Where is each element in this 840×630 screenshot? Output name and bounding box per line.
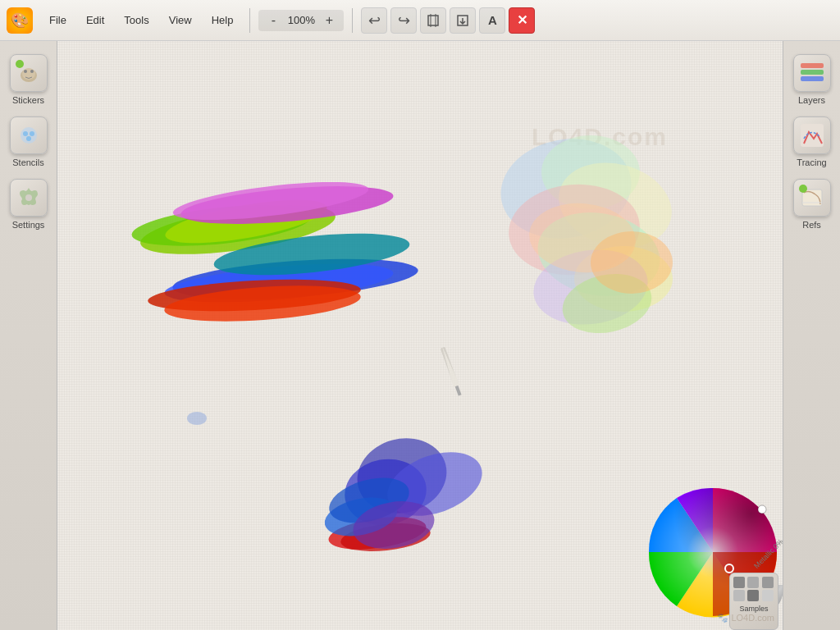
samples-panel[interactable]: Samples [729, 573, 778, 630]
sidebar-item-stickers[interactable]: Stickers [5, 49, 52, 110]
layers-icon [793, 54, 831, 92]
svg-point-36 [527, 199, 639, 276]
settings-label: Settings [12, 220, 45, 230]
menu-view[interactable]: View [161, 9, 200, 31]
sample-cell[interactable] [762, 577, 774, 588]
svg-point-34 [574, 246, 673, 312]
sidebar-item-stencils[interactable]: Stencils [5, 112, 52, 172]
svg-point-50 [187, 412, 207, 425]
refs-icon [793, 179, 831, 217]
svg-point-10 [30, 131, 34, 136]
svg-point-46 [349, 495, 438, 555]
settings-icon [10, 179, 48, 217]
svg-point-45 [324, 470, 414, 531]
svg-rect-15 [801, 76, 824, 81]
right-sidebar-item-tracing[interactable]: Tracing [788, 112, 836, 172]
svg-rect-47 [441, 347, 459, 387]
svg-rect-14 [801, 70, 824, 75]
watermark: LO4D.com [532, 123, 668, 151]
svg-point-39 [349, 428, 455, 523]
sample-cell[interactable] [733, 590, 745, 601]
separator2 [352, 8, 353, 33]
svg-point-22 [180, 180, 395, 231]
menu-help[interactable]: Help [203, 9, 242, 31]
svg-point-5 [22, 68, 35, 80]
refs-label: Refs [802, 220, 821, 230]
svg-rect-13 [801, 63, 824, 68]
zoom-control: - 100% + [258, 10, 344, 31]
svg-rect-0 [428, 16, 438, 25]
menu-tools[interactable]: Tools [116, 9, 157, 31]
stickers-icon [10, 54, 48, 92]
svg-point-32 [505, 179, 644, 281]
svg-point-40 [340, 453, 431, 532]
app-icon: 🎨 [7, 7, 33, 34]
right-sidebar: Layers Tracing Refs [783, 41, 840, 630]
zoom-plus-button[interactable]: + [321, 12, 337, 29]
svg-point-43 [340, 519, 432, 555]
text-button[interactable]: A [479, 7, 505, 34]
svg-point-24 [171, 253, 419, 306]
tracing-label: Tracing [797, 158, 826, 167]
tracing-icon [793, 116, 831, 154]
svg-point-11 [26, 136, 31, 141]
svg-point-25 [163, 257, 395, 309]
svg-point-28 [163, 281, 362, 327]
svg-point-12 [25, 194, 32, 201]
svg-point-7 [30, 70, 34, 73]
svg-point-44 [321, 491, 400, 542]
svg-point-23 [171, 175, 371, 228]
left-sidebar: Stickers Stencils Settings [0, 41, 57, 630]
crop-button[interactable] [420, 7, 446, 34]
svg-point-31 [549, 151, 681, 260]
zoom-minus-button[interactable]: - [265, 12, 281, 29]
redo-button[interactable]: ↪ [390, 7, 417, 34]
stickers-dot [16, 60, 24, 68]
save-button[interactable] [450, 7, 476, 34]
svg-point-9 [23, 131, 28, 136]
sample-cell[interactable] [747, 577, 759, 588]
menu-edit[interactable]: Edit [78, 9, 112, 31]
svg-point-41 [379, 441, 491, 528]
sample-cell[interactable] [762, 590, 774, 601]
svg-point-33 [531, 203, 666, 306]
svg-point-30 [541, 135, 640, 209]
right-sidebar-item-refs[interactable]: Refs [788, 174, 836, 235]
svg-point-35 [528, 243, 652, 332]
svg-point-27 [147, 275, 362, 316]
stencils-label: Stencils [12, 158, 44, 167]
svg-point-29 [493, 129, 639, 249]
svg-point-54 [758, 505, 766, 514]
undo-button[interactable]: ↩ [361, 7, 387, 34]
samples-label: Samples [733, 605, 774, 613]
svg-point-19 [138, 196, 339, 264]
right-sidebar-item-layers[interactable]: Layers [788, 49, 836, 110]
close-button[interactable]: ✕ [509, 7, 535, 34]
svg-point-26 [212, 226, 411, 283]
zoom-value: 100% [285, 14, 317, 26]
separator [249, 8, 250, 33]
svg-point-20 [130, 199, 313, 253]
svg-marker-48 [439, 345, 459, 387]
svg-point-6 [24, 70, 27, 73]
menu-file[interactable]: File [41, 9, 75, 31]
stickers-label: Stickers [12, 95, 44, 105]
samples-grid [733, 577, 774, 601]
sidebar-item-settings[interactable]: Settings [5, 174, 52, 235]
svg-point-21 [162, 191, 330, 252]
svg-point-42 [326, 512, 428, 555]
sample-cell[interactable] [747, 590, 759, 601]
stencils-icon [10, 116, 48, 154]
menu-bar: 🎨 File Edit Tools View Help - 100% + ↩ ↪… [0, 0, 840, 41]
svg-point-38 [591, 231, 673, 294]
sample-cell[interactable] [733, 577, 745, 588]
svg-point-37 [557, 266, 657, 340]
svg-rect-49 [455, 386, 462, 396]
layers-label: Layers [798, 95, 825, 105]
refs-dot [799, 185, 807, 193]
